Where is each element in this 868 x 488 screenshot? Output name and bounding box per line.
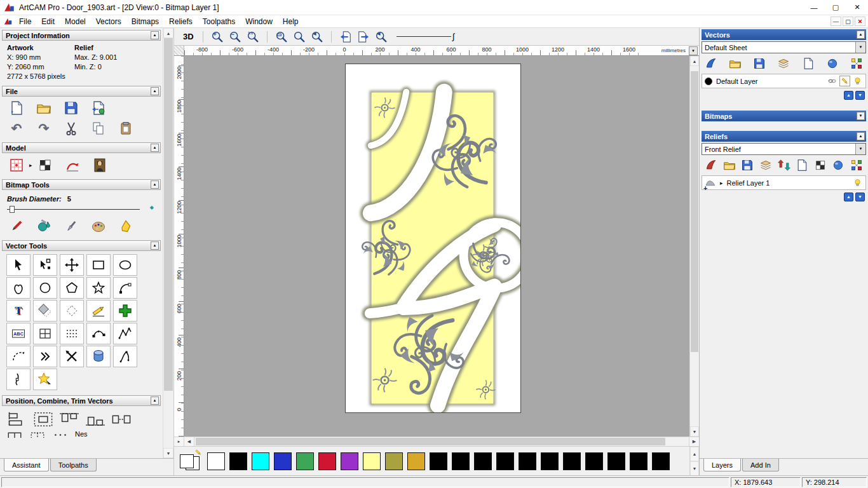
palette-swatch[interactable]: [407, 452, 425, 470]
palette-swatch[interactable]: [474, 452, 492, 470]
vector-layer-row[interactable]: Default Layer: [702, 74, 866, 88]
space-evenly-tool[interactable]: [111, 410, 132, 428]
move-relief-up-button[interactable]: ▲: [844, 193, 853, 201]
canvas-horizontal-scrollbar[interactable]: ▸ ◀ ▶: [174, 437, 699, 446]
flood-fill-icon[interactable]: [36, 218, 52, 234]
menu-bitmaps[interactable]: Bitmaps: [126, 16, 164, 27]
expand-relief-layer-icon[interactable]: ▸: [720, 180, 723, 186]
expand-bitmaps-button[interactable]: ▼: [857, 112, 865, 120]
new-model-icon[interactable]: [8, 100, 25, 116]
contrast-slider-handle[interactable]: ∫: [452, 32, 455, 41]
copy-icon[interactable]: [90, 120, 107, 137]
create-ellipse-tool[interactable]: [113, 254, 137, 276]
model-sheet[interactable]: [345, 64, 521, 413]
dropdown-arrow-icon[interactable]: ▼: [855, 42, 865, 53]
units-dropdown[interactable]: ▼: [689, 46, 698, 55]
toggle-bitmap-visibility-button[interactable]: ◀: [374, 29, 389, 44]
relief-layer-visibility-icon[interactable]: [852, 177, 863, 188]
export-model-icon[interactable]: [90, 100, 107, 116]
collapse-vectors-button[interactable]: ▲: [857, 30, 865, 39]
undo-icon[interactable]: ↶: [8, 120, 25, 137]
dropdown-arrow-icon[interactable]: ▼: [855, 144, 865, 154]
relief-layer-row[interactable]: ▸ Relief Layer 1: [702, 175, 866, 190]
minimize-button[interactable]: —: [803, 0, 825, 15]
edit-layer-icon[interactable]: [839, 76, 850, 86]
palette-swatch[interactable]: [430, 452, 447, 470]
pick-colour-icon[interactable]: [63, 218, 79, 234]
colour-palette-icon[interactable]: [90, 218, 107, 234]
align-top-tool[interactable]: [58, 410, 80, 428]
magic-wand-tool[interactable]: [33, 369, 57, 390]
previous-bitmap-layer-button[interactable]: [338, 29, 353, 44]
menu-window[interactable]: Window: [240, 16, 278, 27]
close-button[interactable]: ✕: [846, 0, 868, 15]
menu-help[interactable]: Help: [278, 16, 304, 27]
create-text-tool[interactable]: T: [6, 300, 31, 322]
create-star-tool[interactable]: [86, 277, 111, 299]
new-relief-layer-icon[interactable]: [705, 159, 717, 172]
set-model-size-icon[interactable]: [8, 157, 25, 173]
menu-vectors[interactable]: Vectors: [91, 16, 126, 27]
current-colour-widget[interactable]: [179, 450, 203, 473]
paint-tool-icon[interactable]: [8, 218, 25, 234]
collapse-reliefs-button[interactable]: ▲: [857, 132, 865, 140]
split-curve-tool[interactable]: [113, 346, 137, 367]
wrap-text-tool[interactable]: [33, 300, 57, 322]
contrast-slider[interactable]: ∫: [397, 32, 455, 41]
save-vector-layer-icon[interactable]: [753, 57, 766, 70]
palette-swatch[interactable]: [207, 452, 225, 470]
new-vector-layer-icon[interactable]: [705, 57, 717, 70]
palette-swatch[interactable]: [274, 452, 292, 470]
collapse-model-button[interactable]: ▲: [151, 144, 159, 152]
sphere-tool-icon[interactable]: [826, 57, 839, 70]
canvas-2d-view[interactable]: [184, 56, 689, 437]
palette-swatch[interactable]: [363, 452, 381, 470]
menu-toolpaths[interactable]: Toolpaths: [198, 16, 240, 27]
save-model-icon[interactable]: [63, 100, 79, 116]
palette-swatch[interactable]: [585, 452, 603, 470]
zoom-previous-button[interactable]: ◀: [309, 29, 325, 44]
save-relief-layer-icon[interactable]: [741, 159, 754, 172]
eraser-icon[interactable]: [118, 218, 134, 234]
brush-diameter-slider[interactable]: ◆: [7, 204, 154, 214]
layer-visibility-icon[interactable]: [852, 76, 863, 86]
next-bitmap-layer-button[interactable]: [356, 29, 371, 44]
align-bottom-tool[interactable]: [85, 410, 106, 428]
group-vectors-tool[interactable]: [6, 431, 23, 438]
create-arc-tool[interactable]: [113, 277, 137, 299]
palette-scrollbar[interactable]: ▲ ▼: [689, 447, 699, 476]
menu-edit[interactable]: Edit: [36, 16, 60, 27]
tab-assistant[interactable]: Assistant: [4, 459, 49, 471]
collapse-vector-button[interactable]: ▲: [151, 241, 159, 250]
measure-tool[interactable]: [86, 300, 111, 322]
convert-text-tool[interactable]: ABC: [6, 323, 31, 344]
create-polyline-tool[interactable]: [113, 323, 137, 344]
weld-vectors-tool[interactable]: [52, 431, 69, 438]
transfer-relief-icon[interactable]: [778, 159, 790, 172]
palette-swatch[interactable]: [252, 452, 269, 470]
redo-icon[interactable]: ↷: [36, 120, 52, 137]
merge-relief-layers-icon[interactable]: [759, 159, 772, 172]
align-left-tool[interactable]: [6, 410, 28, 428]
collapse-file-button[interactable]: ▲: [151, 87, 159, 95]
mdi-close-button[interactable]: ✕: [855, 17, 865, 26]
create-circle-tool[interactable]: [33, 277, 57, 299]
zoom-in-button[interactable]: +: [210, 29, 225, 44]
palette-swatch[interactable]: [385, 452, 403, 470]
collapse-position-button[interactable]: ▲: [151, 396, 159, 405]
lock-layer-icon[interactable]: [827, 76, 837, 86]
scroll-up-icon[interactable]: ▲: [690, 56, 699, 66]
arc-editing-tool[interactable]: [6, 346, 31, 367]
pane-toggle-icon[interactable]: ▸: [174, 437, 184, 446]
slider-handle[interactable]: [10, 206, 15, 213]
primary-colour-swatch[interactable]: [180, 454, 194, 468]
open-vector-layer-icon[interactable]: [729, 57, 742, 70]
move-layer-down-button[interactable]: ▼: [855, 91, 865, 100]
paste-along-curve-tool[interactable]: [113, 300, 137, 322]
relief-snapping-icon[interactable]: [850, 159, 863, 172]
tab-addin[interactable]: Add In: [742, 459, 779, 471]
palette-swatch[interactable]: [341, 452, 358, 470]
join-vectors-tool[interactable]: [33, 346, 57, 367]
palette-swatch[interactable]: [563, 452, 581, 470]
zoom-box-button[interactable]: ▭: [274, 29, 289, 44]
